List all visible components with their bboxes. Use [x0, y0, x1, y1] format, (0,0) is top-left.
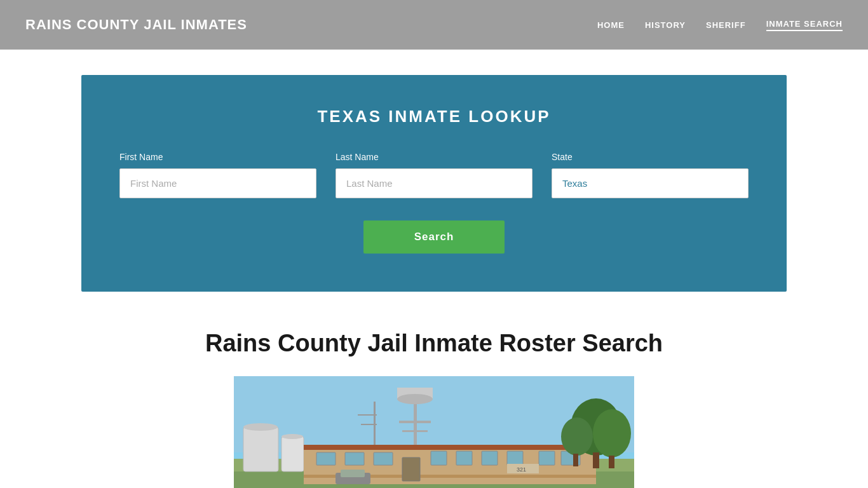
- svg-rect-23: [431, 451, 447, 465]
- svg-point-6: [243, 423, 278, 431]
- svg-rect-37: [609, 456, 614, 468]
- last-name-input[interactable]: [336, 168, 532, 198]
- svg-rect-21: [345, 452, 364, 465]
- state-input[interactable]: [552, 168, 749, 198]
- main-content: Rains County Jail Inmate Roster Search: [81, 311, 787, 488]
- search-fields: First Name Last Name State: [119, 152, 749, 198]
- nav-item-sheriff[interactable]: SHERIFF: [706, 20, 746, 30]
- svg-rect-9: [399, 421, 431, 423]
- first-name-label: First Name: [119, 152, 316, 162]
- search-section-title: TEXAS INMATE LOOKUP: [119, 107, 749, 126]
- svg-point-35: [593, 409, 631, 458]
- svg-text:321: 321: [517, 466, 526, 473]
- last-name-group: Last Name: [336, 152, 532, 198]
- last-name-label: Last Name: [336, 152, 532, 162]
- svg-rect-26: [507, 451, 523, 465]
- svg-rect-25: [482, 451, 498, 465]
- svg-rect-16: [361, 424, 377, 425]
- svg-rect-39: [573, 454, 578, 466]
- svg-point-38: [561, 417, 593, 456]
- nav-item-inmate-search[interactable]: INMATE SEARCH: [766, 19, 843, 31]
- svg-rect-18: [304, 445, 596, 450]
- svg-rect-4: [243, 427, 278, 471]
- svg-rect-36: [593, 452, 599, 468]
- search-button-wrapper: Search: [119, 220, 749, 254]
- site-title: RAINS COUNTY JAIL INMATES: [25, 17, 247, 33]
- search-button[interactable]: Search: [363, 220, 505, 254]
- svg-rect-24: [456, 451, 472, 465]
- svg-point-13: [397, 394, 433, 404]
- nav-item-home[interactable]: HOME: [597, 20, 625, 30]
- svg-rect-20: [316, 452, 336, 465]
- nav-item-history[interactable]: HISTORY: [645, 20, 686, 30]
- main-nav: HOME HISTORY SHERIFF INMATE SEARCH: [597, 19, 843, 31]
- svg-point-7: [281, 434, 303, 439]
- svg-rect-10: [402, 430, 428, 432]
- first-name-input[interactable]: [119, 168, 316, 198]
- svg-rect-33: [341, 470, 365, 477]
- site-header: RAINS COUNTY JAIL INMATES HOME HISTORY S…: [0, 0, 868, 50]
- state-label: State: [552, 152, 749, 162]
- svg-rect-5: [281, 437, 304, 471]
- search-section: TEXAS INMATE LOOKUP First Name Last Name…: [81, 75, 787, 292]
- svg-rect-22: [374, 452, 393, 465]
- svg-rect-15: [358, 414, 377, 416]
- building-image: 321: [234, 376, 634, 488]
- svg-rect-29: [402, 458, 420, 481]
- first-name-group: First Name: [119, 152, 316, 198]
- roster-title: Rains County Jail Inmate Roster Search: [94, 330, 774, 357]
- state-group: State: [552, 152, 749, 198]
- svg-rect-27: [539, 451, 555, 465]
- header-underline: [0, 50, 868, 56]
